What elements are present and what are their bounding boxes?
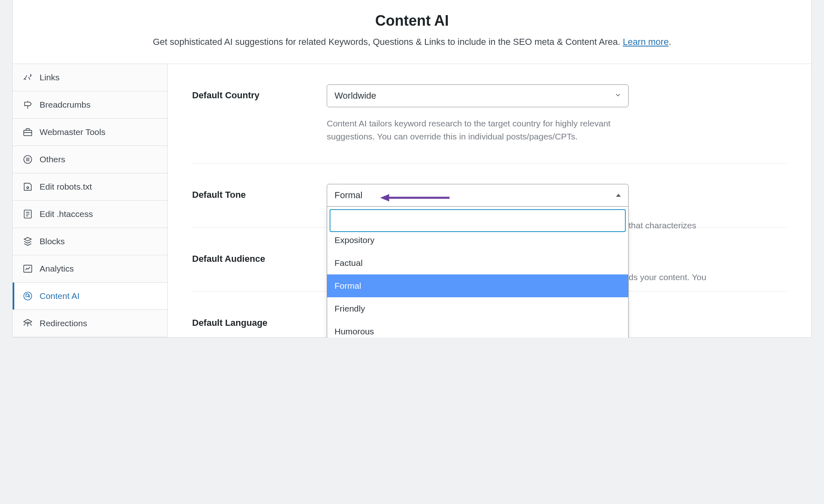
content-ai-icon xyxy=(22,291,33,301)
link-icon xyxy=(22,72,33,83)
sidebar-item-webmaster-tools[interactable]: Webmaster Tools xyxy=(13,119,167,146)
learn-more-link[interactable]: Learn more xyxy=(623,37,669,47)
list-icon xyxy=(22,154,33,165)
tone-select[interactable]: Formal xyxy=(327,184,629,207)
chevron-down-icon xyxy=(614,91,622,101)
sidebar-item-redirections[interactable]: Redirections xyxy=(13,310,167,337)
sidebar-item-label: Redirections xyxy=(40,318,87,328)
file-cog-icon xyxy=(22,181,33,192)
signpost-icon xyxy=(22,99,33,110)
file-text-icon xyxy=(22,209,33,219)
sidebar-item-breadcrumbs[interactable]: Breadcrumbs xyxy=(13,91,167,119)
field-label-country: Default Country xyxy=(192,84,310,143)
sidebar-item-content-ai[interactable]: Content AI xyxy=(13,283,167,310)
country-select[interactable]: Worldwide xyxy=(327,84,629,107)
settings-sidebar: Links Breadcrumbs Webmaster Tools Others xyxy=(13,64,168,337)
tone-option-formal[interactable]: Formal xyxy=(327,274,628,297)
triangle-up-icon xyxy=(616,194,621,197)
country-select-value: Worldwide xyxy=(334,91,376,101)
tone-dropdown-list: Expository Factual Formal Friendly Humor… xyxy=(327,234,628,338)
page-description: Get sophisticated AI suggestions for rel… xyxy=(29,37,795,47)
sidebar-item-label: Breadcrumbs xyxy=(40,100,91,110)
field-label-tone: Default Tone xyxy=(192,184,310,207)
analytics-icon xyxy=(22,263,33,274)
sidebar-item-label: Content AI xyxy=(40,291,80,301)
svg-point-1 xyxy=(30,76,31,76)
svg-rect-2 xyxy=(24,130,32,136)
sidebar-item-edit-robots[interactable]: Edit robots.txt xyxy=(13,173,167,201)
field-default-tone: Default Tone Formal xyxy=(192,184,787,228)
tone-option-expository[interactable]: Expository xyxy=(327,234,628,252)
field-default-country: Default Country Worldwide Content AI tai… xyxy=(192,84,787,164)
sidebar-item-blocks[interactable]: Blocks xyxy=(13,228,167,255)
sidebar-item-links[interactable]: Links xyxy=(13,64,167,91)
settings-content: Default Country Worldwide Content AI tai… xyxy=(168,64,811,337)
sidebar-item-label: Blocks xyxy=(40,237,65,246)
sidebar-item-analytics[interactable]: Analytics xyxy=(13,255,167,283)
tone-option-friendly[interactable]: Friendly xyxy=(327,297,628,320)
briefcase-icon xyxy=(22,127,33,137)
annotation-arrow xyxy=(380,192,450,203)
tone-option-humorous[interactable]: Humorous xyxy=(327,320,628,338)
page-header: Content AI Get sophisticated AI suggesti… xyxy=(12,0,812,64)
field-label-audience: Default Audience xyxy=(192,248,310,271)
sidebar-item-label: Links xyxy=(40,73,60,82)
tone-dropdown-search-wrap xyxy=(327,207,628,234)
sidebar-item-label: Analytics xyxy=(40,264,74,274)
svg-point-0 xyxy=(25,79,25,79)
page-title: Content AI xyxy=(29,12,795,29)
sidebar-item-others[interactable]: Others xyxy=(13,146,167,173)
field-help-country: Content AI tailors keyword research to t… xyxy=(327,117,637,143)
redirections-icon xyxy=(22,318,33,329)
sidebar-item-label: Others xyxy=(40,155,65,164)
blocks-icon xyxy=(22,236,33,247)
sidebar-item-edit-htaccess[interactable]: Edit .htaccess xyxy=(13,201,167,228)
field-label-language: Default Language xyxy=(192,312,310,328)
svg-marker-9 xyxy=(380,194,389,201)
tone-dropdown-search-input[interactable] xyxy=(330,209,626,232)
tone-option-factual[interactable]: Factual xyxy=(327,252,628,274)
svg-point-7 xyxy=(24,292,32,300)
sidebar-item-label: Edit .htaccess xyxy=(40,209,93,219)
sidebar-item-label: Edit robots.txt xyxy=(40,182,92,192)
sidebar-item-label: Webmaster Tools xyxy=(40,127,105,137)
tone-dropdown: Expository Factual Formal Friendly Humor… xyxy=(327,207,629,338)
tone-select-value: Formal xyxy=(334,190,362,201)
